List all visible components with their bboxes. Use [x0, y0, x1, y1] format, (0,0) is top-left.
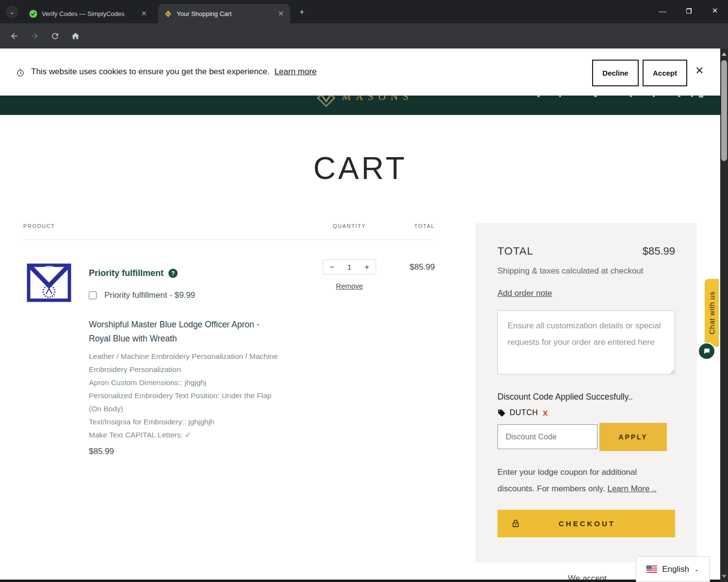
- page-scrollbar[interactable]: [720, 48, 728, 582]
- priority-checkbox[interactable]: [89, 291, 97, 299]
- browser-window: ⌄ Verify Codes — SimplyCodes ✕ Your Shop…: [0, 0, 728, 582]
- product-title-link[interactable]: Worshipful Master Blue Lodge Officer Apr…: [89, 318, 283, 346]
- simplycodes-favicon-icon: [29, 10, 37, 18]
- embroidery-position-text: Personalized Embroidery Text Position: U…: [89, 389, 284, 415]
- nav-clipped-glyph: [537, 96, 540, 97]
- column-header-total: TOTAL: [391, 223, 435, 229]
- clock-icon: [16, 68, 25, 78]
- nav-clipped-glyph: [678, 96, 680, 97]
- remove-label: Remove: [336, 282, 363, 290]
- quantity-increase-button[interactable]: +: [358, 263, 376, 272]
- tab-simplycodes[interactable]: Verify Codes — SimplyCodes ✕: [23, 4, 153, 23]
- product-details: Leather / Machine Embroidery Personaliza…: [89, 350, 284, 441]
- reload-icon: [50, 32, 60, 41]
- new-tab-button[interactable]: +: [296, 6, 308, 18]
- custom-dimensions-text: Apron Custom Dimensions:: jhgjghj: [89, 376, 284, 389]
- coupon-learn-more-link[interactable]: Learn More ..: [607, 484, 656, 493]
- quantity-value[interactable]: 1: [341, 263, 358, 271]
- apply-button[interactable]: APPLY: [599, 423, 667, 451]
- chat-label: Chat with us: [708, 291, 716, 335]
- cookie-message: This website uses cookies to ensure you …: [31, 67, 316, 77]
- remove-item-link[interactable]: Remove: [323, 282, 376, 290]
- home-icon: [71, 32, 80, 41]
- column-header-product: PRODUCT: [23, 223, 55, 229]
- site-header: MASONS: [0, 96, 720, 115]
- table-divider: [23, 240, 435, 240]
- tab-shopping-cart[interactable]: Your Shopping Cart ✕: [158, 4, 290, 23]
- discount-applied-message: Discount Code Applied Succesfully..: [497, 392, 633, 402]
- priority-fulfillment-heading: Priority fulfillment ?: [89, 268, 178, 278]
- cart-item-row: Priority fulfillment ? Priority fulfillm…: [23, 259, 435, 491]
- cookie-text: This website uses cookies to ensure you …: [31, 67, 269, 76]
- window-close-button[interactable]: ✕: [704, 0, 726, 21]
- cookie-decline-button[interactable]: Decline: [592, 60, 639, 86]
- priority-option-row: Priority fulfillment - $9.99: [89, 291, 195, 300]
- restore-icon: [686, 8, 692, 14]
- applied-code-label: DUTCH: [510, 408, 538, 417]
- tab-close-icon[interactable]: ✕: [139, 9, 149, 18]
- scrollbar-down-arrow-icon[interactable]: [722, 575, 727, 578]
- nav-clipped-glyph: [630, 96, 632, 97]
- variant-text: Leather / Machine Embroidery Personaliza…: [89, 350, 284, 376]
- cookie-close-icon[interactable]: ✕: [695, 65, 704, 77]
- remove-code-button[interactable]: X: [543, 409, 548, 417]
- quantity-stepper: − 1 +: [323, 259, 376, 275]
- nav-clipped-glyph: [699, 96, 703, 97]
- page-content: This website uses cookies to ensure you …: [0, 48, 720, 582]
- nav-clipped-glyph: [691, 96, 693, 97]
- lock-icon: [511, 518, 520, 529]
- priority-option-label: Priority fulfillment - $9.99: [104, 291, 195, 300]
- home-button[interactable]: [68, 29, 83, 43]
- language-label: English: [662, 565, 689, 574]
- help-icon[interactable]: ?: [168, 269, 178, 278]
- tab-title: Your Shopping Cart: [177, 10, 272, 17]
- line-total: $85.99: [391, 262, 435, 272]
- cookie-banner: This website uses cookies to ensure you …: [0, 48, 720, 96]
- back-icon: [10, 32, 19, 41]
- forward-button[interactable]: [27, 29, 42, 43]
- chat-bubble-icon: [703, 347, 711, 355]
- summary-total-value: $85.99: [643, 245, 675, 258]
- window-restore-button[interactable]: [678, 0, 700, 21]
- chevron-down-icon: ⌄: [694, 566, 699, 573]
- priority-label: Priority fulfillment: [89, 268, 164, 278]
- chat-bubble-button[interactable]: [698, 342, 715, 360]
- embroidery-text: Text/Insignia for Embroidery:: jghjghjh: [89, 415, 284, 428]
- capital-letters-text: Make Text CAPITAL Letters: ✓: [89, 428, 284, 441]
- add-order-note-link[interactable]: Add order note: [497, 289, 552, 298]
- cookie-accept-button[interactable]: Accept: [643, 60, 687, 86]
- order-summary-panel: TOTAL $85.99 Shipping & taxes calculated…: [476, 223, 697, 563]
- quantity-decrease-button[interactable]: −: [323, 263, 341, 272]
- window-minimize-button[interactable]: —: [651, 0, 674, 21]
- applied-code-row: DUTCH X: [497, 408, 548, 417]
- product-image-apron[interactable]: [27, 263, 71, 302]
- masons-favicon-icon: [164, 10, 172, 18]
- footer-edge: [0, 580, 720, 582]
- back-button[interactable]: [7, 29, 21, 43]
- nav-clipped-glyph: [559, 96, 561, 97]
- tab-search-chevron-icon[interactable]: ⌄: [6, 5, 18, 18]
- tag-icon: [497, 409, 506, 417]
- nav-clipped-glyph: [594, 96, 597, 97]
- checkout-button[interactable]: CHECKOUT: [497, 510, 675, 537]
- scrollbar-thumb[interactable]: [721, 60, 727, 161]
- scrollbar-up-arrow-icon[interactable]: [722, 52, 727, 56]
- shipping-note: Shipping & taxes calculated at checkout: [497, 266, 644, 276]
- cookie-learn-more-link[interactable]: Learn more: [274, 67, 316, 76]
- tab-title: Verify Codes — SimplyCodes: [42, 10, 135, 17]
- summary-total-label: TOTAL: [497, 245, 533, 258]
- page-title: CART: [0, 150, 720, 186]
- tab-close-icon[interactable]: ✕: [276, 9, 285, 18]
- nav-clipped-glyph: [653, 96, 655, 97]
- language-selector[interactable]: English ⌄: [636, 556, 710, 582]
- column-header-quantity: QUANTITY: [323, 223, 376, 229]
- chat-with-us-tab[interactable]: Chat with us: [705, 279, 719, 347]
- lodge-coupon-note: Enter your lodge coupon for additional d…: [497, 464, 661, 497]
- reload-button[interactable]: [48, 29, 62, 43]
- forward-icon: [30, 32, 39, 41]
- order-note-textarea[interactable]: [497, 310, 675, 374]
- unit-price: $85.99: [89, 447, 114, 456]
- discount-code-input[interactable]: [497, 424, 597, 449]
- browser-toolbar: bricksmasons.com/cart G 文: [0, 23, 728, 48]
- tab-strip: ⌄ Verify Codes — SimplyCodes ✕ Your Shop…: [0, 0, 728, 23]
